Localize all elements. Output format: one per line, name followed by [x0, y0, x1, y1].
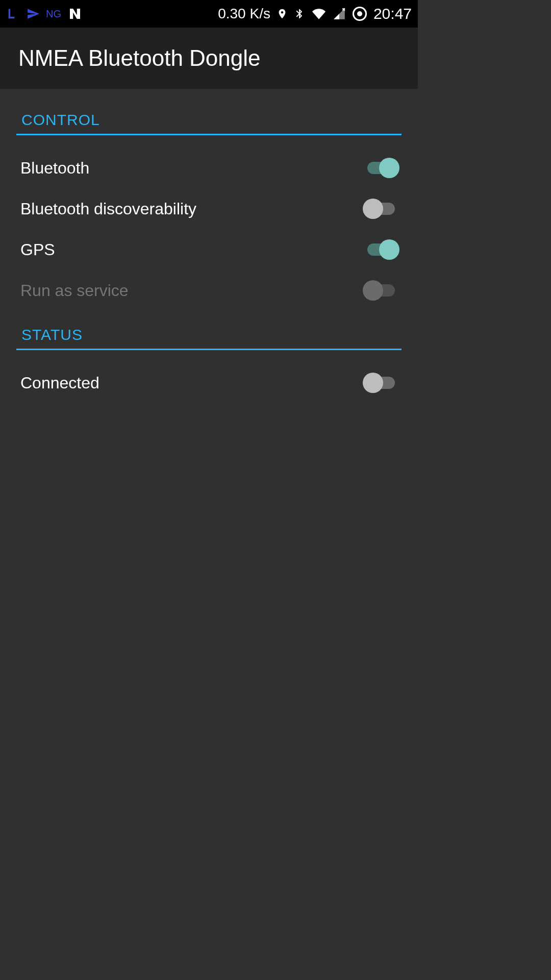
- wifi-icon: [311, 7, 327, 20]
- main-content: CONTROL Bluetooth Bluetooth discoverabil…: [0, 111, 418, 403]
- bluetooth-icon: [294, 7, 305, 21]
- setting-label-gps: GPS: [20, 240, 55, 259]
- setting-gps[interactable]: GPS: [16, 229, 402, 270]
- cell-signal-icon: [333, 7, 346, 20]
- switch-bluetooth[interactable]: [363, 157, 399, 179]
- switch-run-as-service: [363, 279, 399, 302]
- status-bar-right: 0.30 K/s 20:47: [218, 5, 412, 22]
- setting-connected[interactable]: Connected: [16, 362, 402, 403]
- location-send-icon: [27, 7, 40, 20]
- switch-bluetooth-discoverability[interactable]: [363, 198, 399, 220]
- setting-label-run-service: Run as service: [20, 281, 129, 300]
- android-n-icon: [67, 6, 83, 21]
- data-speed: 0.30 K/s: [218, 6, 270, 22]
- status-bar-left: NG: [6, 6, 83, 21]
- location-pin-icon: [277, 8, 288, 19]
- setting-run-as-service: Run as service: [16, 270, 402, 311]
- switch-connected[interactable]: [363, 372, 399, 394]
- ng-badge: NG: [46, 8, 61, 20]
- setting-bluetooth[interactable]: Bluetooth: [16, 148, 402, 188]
- page-title: NMEA Bluetooth Dongle: [18, 45, 261, 71]
- setting-label-bluetooth: Bluetooth: [20, 159, 89, 178]
- notification-icon: [6, 7, 20, 21]
- clock-time: 20:47: [373, 5, 412, 22]
- app-header: NMEA Bluetooth Dongle: [0, 28, 418, 89]
- switch-gps[interactable]: [363, 238, 399, 261]
- section-header-control: CONTROL: [16, 111, 402, 135]
- setting-bluetooth-discoverability[interactable]: Bluetooth discoverability: [16, 188, 402, 229]
- setting-label-bluetooth-disc: Bluetooth discoverability: [20, 200, 196, 218]
- target-icon: [352, 6, 367, 21]
- svg-point-1: [357, 11, 362, 16]
- section-header-status: STATUS: [16, 326, 402, 350]
- status-bar: NG 0.30 K/s 20:47: [0, 0, 418, 28]
- setting-label-connected: Connected: [20, 374, 99, 393]
